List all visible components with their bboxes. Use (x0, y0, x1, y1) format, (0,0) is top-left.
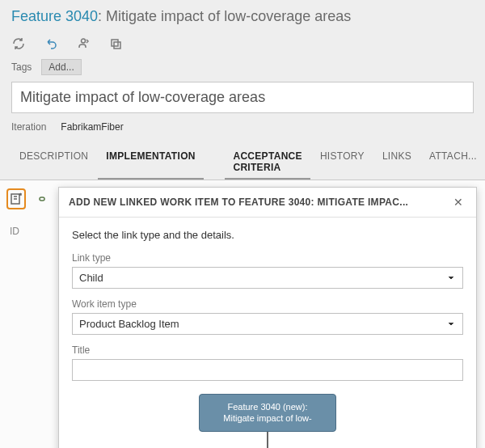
refresh-icon[interactable] (11, 36, 26, 51)
work-item-type-label: Work item type (72, 298, 463, 310)
arrow-down-icon (264, 432, 272, 448)
assign-icon[interactable] (76, 36, 91, 51)
tab-description[interactable]: DESCRIPTION (11, 144, 96, 180)
tab-acceptance[interactable]: ACCEPTANCE CRITERIA (225, 144, 310, 180)
left-rail: ID (0, 180, 58, 448)
tab-history[interactable]: HISTORY (312, 144, 373, 180)
title-field-input[interactable] (72, 359, 463, 381)
toolbar (0, 25, 485, 59)
feature-id[interactable]: Feature 3040 (11, 8, 98, 24)
tab-attachments[interactable]: ATTACH... (421, 144, 485, 180)
close-icon[interactable]: ✕ (450, 196, 466, 209)
work-item-type-select[interactable]: Product Backlog Item (72, 313, 463, 335)
svg-rect-0 (112, 40, 118, 46)
feature-title-text: : Mitigate impact of low-coverage areas (98, 8, 351, 24)
tab-links[interactable]: LINKS (374, 144, 420, 180)
tab-implementation[interactable]: IMPLEMENTATION (98, 144, 203, 180)
title-field-label: Title (72, 344, 463, 356)
title-input[interactable]: Mitigate impact of low-coverage areas (11, 82, 474, 113)
tabs: DESCRIPTION IMPLEMENTATION ACCEPTANCE CR… (0, 144, 485, 180)
tags-label: Tags (11, 61, 32, 73)
link-diagram: Feature 3040 (new): Mitigate impact of l… (72, 394, 463, 448)
svg-rect-1 (114, 42, 120, 49)
add-linked-item-dialog: ADD NEW LINKED WORK ITEM TO FEATURE 3040… (58, 187, 477, 448)
link-type-label: Link type (72, 252, 463, 264)
iteration-label: Iteration (11, 121, 46, 133)
dialog-instruction: Select the link type and the details. (72, 229, 463, 241)
diagram-parent-node: Feature 3040 (new): Mitigate impact of l… (199, 394, 336, 432)
copy-icon[interactable] (108, 36, 123, 51)
dialog-title: ADD NEW LINKED WORK ITEM TO FEATURE 3040… (69, 197, 408, 208)
link-type-select[interactable]: Child (72, 267, 463, 289)
add-tag-button[interactable]: Add... (41, 59, 81, 75)
iteration-value[interactable]: FabrikamFiber (61, 121, 123, 133)
id-column-header: ID (6, 226, 52, 237)
add-new-linked-item-button[interactable] (6, 188, 26, 209)
link-existing-item-button[interactable] (32, 188, 52, 209)
work-item-title-line: Feature 3040: Mitigate impact of low-cov… (11, 8, 474, 25)
undo-icon[interactable] (44, 36, 58, 51)
